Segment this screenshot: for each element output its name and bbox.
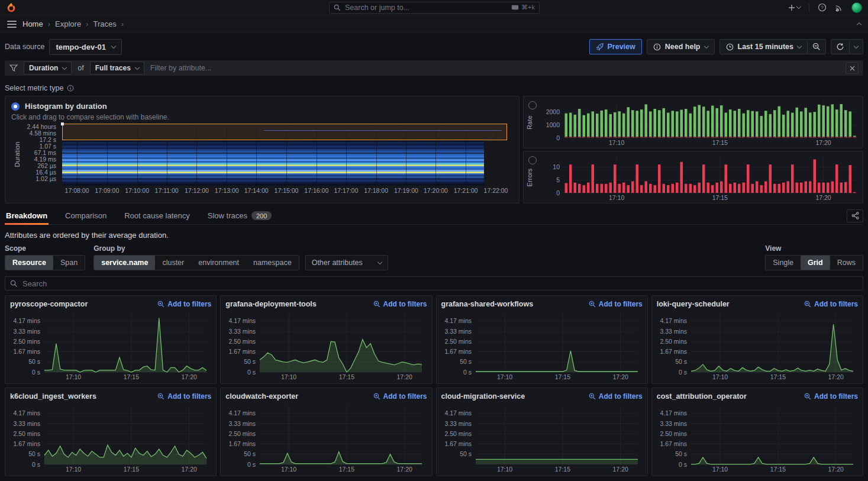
shortcut-badge: ⌘+k (511, 4, 535, 11)
errors-radio[interactable] (528, 156, 537, 164)
new-button[interactable] (788, 4, 801, 11)
scope-resource-option[interactable]: Resource (5, 256, 53, 270)
tabs-bar: Breakdown Comparison Root cause latency … (5, 207, 863, 225)
add-to-filters-button[interactable]: Add to filters (373, 300, 427, 308)
view-grid-option[interactable]: Grid (801, 256, 830, 270)
service-card: cloudwatch-exporter Add to filters 17:10… (220, 388, 432, 476)
zoom-out-time-button[interactable] (808, 39, 826, 54)
duration-trend-chart[interactable]: 17:1017:1517:204.17 mins3.33 mins2.50 mi… (225, 309, 427, 381)
clear-filter-button[interactable] (846, 62, 859, 74)
menu-button[interactable] (7, 20, 17, 29)
other-attributes-select[interactable]: Other attributes (305, 255, 388, 270)
close-icon (850, 66, 855, 71)
duration-trend-chart[interactable]: 17:1017:1517:204.17 mins3.33 mins2.50 mi… (10, 402, 211, 473)
svg-text:2.50 mins: 2.50 mins (13, 338, 40, 345)
trace-type-select[interactable]: Full traces (90, 62, 144, 75)
svg-text:2.50 mins: 2.50 mins (660, 338, 687, 345)
duration-trend-chart[interactable]: 17:1017:1517:204.17 mins3.33 mins2.50 mi… (657, 402, 858, 473)
view-toggle: Single Grid Rows (765, 255, 863, 270)
svg-text:50 s: 50 s (244, 450, 256, 457)
breadcrumb-home[interactable]: Home (22, 20, 43, 28)
news-button[interactable] (835, 4, 843, 12)
add-to-filters-button[interactable]: Add to filters (804, 300, 858, 308)
add-to-filters-button[interactable]: Add to filters (157, 300, 211, 308)
tab-breakdown[interactable]: Breakdown (5, 207, 49, 224)
duration-trend-chart[interactable]: 17:1017:1517:204.17 mins3.33 mins2.50 mi… (225, 402, 427, 473)
refresh-icon (836, 43, 844, 51)
tab-comparison[interactable]: Comparison (64, 207, 108, 224)
service-card: grafana-shared-workflows Add to filters … (436, 295, 648, 384)
errors-panel[interactable]: Errors 17:1017:1517:201050 (523, 151, 863, 204)
grafana-logo-icon[interactable] (6, 2, 17, 13)
histogram-panel[interactable]: Histogram by duration Click and drag to … (5, 96, 519, 204)
view-rows-option[interactable]: Rows (830, 256, 863, 270)
svg-text:10: 10 (553, 163, 560, 170)
svg-text:17:15: 17:15 (712, 139, 728, 146)
refresh-button[interactable] (831, 39, 850, 54)
refresh-interval-button[interactable] (850, 39, 863, 54)
svg-text:17:10: 17:10 (712, 466, 728, 473)
share-button[interactable] (847, 209, 863, 222)
grafana-app: Search or jump to... ⌘+k ? Home (0, 0, 868, 481)
svg-text:4.17 mins: 4.17 mins (229, 409, 256, 417)
magnifier-plus-icon (157, 393, 164, 400)
scope-span-option[interactable]: Span (53, 256, 85, 270)
global-search-input[interactable]: Search or jump to... ⌘+k (329, 2, 540, 14)
preview-button[interactable]: Preview (589, 39, 642, 54)
need-help-button[interactable]: Need help (647, 39, 715, 54)
view-single-option[interactable]: Single (766, 256, 801, 270)
group-by-namespace[interactable]: namespace (246, 256, 299, 270)
duration-trend-chart[interactable]: 17:1017:1517:204.17 mins3.33 mins2.50 mi… (441, 309, 643, 381)
rss-icon (835, 4, 843, 12)
attribute-search-input[interactable]: Search (5, 276, 863, 290)
svg-text:4.17 mins: 4.17 mins (660, 317, 687, 324)
card-title: pyroscope-compactor (10, 300, 88, 308)
top-nav-right: ? (788, 2, 862, 13)
svg-text:3.33 mins: 3.33 mins (229, 420, 256, 427)
add-to-filters-button[interactable]: Add to filters (804, 392, 858, 401)
attribute-filter-input[interactable]: Filter by attribute... (150, 64, 840, 72)
svg-text:4.17 mins: 4.17 mins (660, 409, 687, 417)
add-to-filters-button[interactable]: Add to filters (373, 392, 427, 401)
collapse-section-button[interactable] (857, 20, 861, 28)
time-range-button[interactable]: Last 15 minutes (719, 39, 808, 54)
duration-trend-chart[interactable]: 17:1017:1517:204.17 mins3.33 mins2.50 mi… (657, 309, 858, 381)
add-to-filters-button[interactable]: Add to filters (589, 392, 643, 401)
svg-text:0 s: 0 s (679, 461, 687, 468)
data-source-picker[interactable]: tempo-dev-01 (49, 39, 122, 55)
service-cards-grid: pyroscope-compactor Add to filters 17:10… (5, 295, 863, 476)
breakdown-controls: Scope Resource Span Group by service.nam… (5, 244, 863, 270)
duration-filter-select[interactable]: Duration (24, 62, 72, 75)
tab-root-cause-latency[interactable]: Root cause latency (123, 207, 191, 224)
magnifier-plus-icon (373, 301, 380, 308)
add-to-filters-button[interactable]: Add to filters (589, 300, 643, 308)
group-by-environment[interactable]: environment (191, 256, 246, 270)
tab-slow-traces[interactable]: Slow traces200 (206, 207, 273, 224)
duration-trend-chart[interactable]: 17:1017:1517:204.17 mins3.33 mins2.50 mi… (441, 402, 643, 473)
group-by-service-name[interactable]: service.name (94, 256, 155, 270)
user-avatar[interactable] (851, 2, 862, 13)
duration-trend-chart[interactable]: 17:1017:1517:204.17 mins3.33 mins2.50 mi… (10, 309, 211, 381)
chevron-down-icon (62, 64, 67, 69)
svg-text:17:20: 17:20 (397, 373, 412, 380)
magnifier-plus-icon (157, 301, 164, 308)
histogram-radio[interactable] (11, 102, 20, 111)
service-card: grafana-deployment-tools Add to filters … (220, 295, 432, 384)
duration-heatmap[interactable]: 17:08:0017:09:0017:10:0017:11:0017:12:00… (11, 122, 513, 195)
rate-panel[interactable]: Rate 17:1017:1517:20200010000 (523, 96, 863, 149)
rate-radio[interactable] (528, 101, 537, 109)
filter-funnel-icon (9, 64, 18, 72)
add-to-filters-button[interactable]: Add to filters (157, 392, 211, 401)
breadcrumb-explore[interactable]: Explore (55, 20, 81, 28)
help-button[interactable]: ? (818, 3, 827, 12)
group-by-cluster[interactable]: cluster (155, 256, 191, 270)
view-control: View Single Grid Rows (765, 244, 863, 270)
histogram-subtitle: Click and drag to compare selection with… (11, 113, 513, 121)
chevron-down-icon (377, 259, 382, 264)
service-card: pyroscope-compactor Add to filters 17:10… (5, 295, 217, 384)
errors-axis-label: Errors (526, 168, 533, 186)
divider (809, 4, 809, 12)
breadcrumb-traces[interactable]: Traces (93, 20, 116, 28)
histogram-title: Histogram by duration (25, 102, 107, 111)
svg-text:17:15: 17:15 (339, 373, 354, 380)
